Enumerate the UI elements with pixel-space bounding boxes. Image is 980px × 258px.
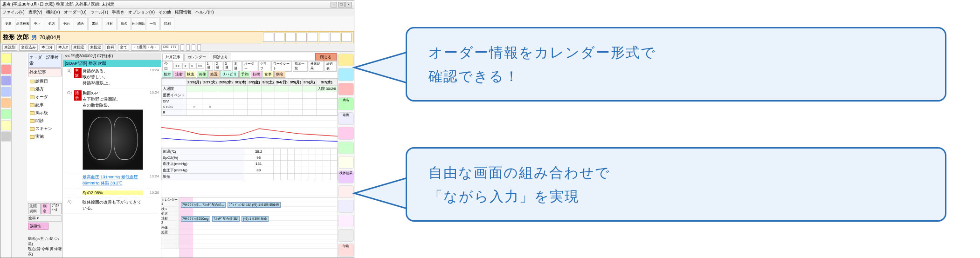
toolbar-button[interactable]: 予約	[59, 17, 73, 30]
tab[interactable]: 病名	[41, 203, 49, 214]
menu-item[interactable]: ヘルプ(H)	[195, 9, 214, 15]
toolbar-button[interactable]: 中止	[30, 17, 44, 30]
right-rail-button[interactable]	[338, 142, 354, 154]
toolbar-button[interactable]: 書込	[88, 17, 102, 30]
range-button[interactable]: <	[182, 63, 188, 69]
maximize-button[interactable]: □	[338, 2, 345, 7]
timeline-row[interactable]	[161, 239, 338, 244]
xray-image[interactable]	[83, 109, 143, 170]
range-button[interactable]: >	[189, 63, 195, 69]
right-rail-button[interactable]	[338, 54, 354, 66]
action-icon[interactable]	[274, 33, 284, 42]
menu-item[interactable]: オーダー(O)	[64, 9, 87, 15]
toolbar-button[interactable]: 印刷	[160, 17, 174, 30]
menu-item[interactable]: オプション(X)	[128, 9, 155, 15]
soap-entry[interactable]: 最高血圧 131mmHg 最低血圧 89mmHg 体温 38.2℃10:24	[65, 174, 159, 189]
filter-segment[interactable]	[180, 44, 184, 51]
close-button[interactable]: ×	[345, 2, 352, 7]
timeline-row[interactable]: 検ｘ	[161, 207, 338, 211]
action-icon[interactable]	[319, 33, 329, 42]
right-rail-button[interactable]	[338, 185, 354, 198]
action-icon[interactable]	[297, 33, 307, 42]
calendar-tab[interactable]: 問診より	[210, 54, 231, 61]
menu-item[interactable]: 表示(V)	[28, 9, 42, 15]
menu-item[interactable]: ファイル(F)	[2, 9, 25, 15]
filter-pill[interactable]: 画像	[197, 71, 208, 78]
right-rail-button[interactable]	[338, 229, 354, 242]
timeline-row[interactable]: カレンダー	[161, 197, 338, 202]
filter-pill[interactable]: 処方	[162, 71, 173, 78]
scale-button[interactable]: 2週	[214, 61, 222, 71]
range-button[interactable]: <<	[173, 63, 181, 69]
rail-icon[interactable]	[1, 75, 11, 86]
scale-button[interactable]: 3週	[223, 61, 231, 71]
action-icon[interactable]	[285, 33, 296, 42]
menu-item[interactable]: その他	[159, 9, 171, 15]
timeline-row[interactable]: 処置	[161, 230, 338, 235]
action-icon[interactable]	[341, 33, 352, 42]
tree-item[interactable]: 問診	[30, 117, 62, 125]
calendar-tab[interactable]: カレンダー	[184, 54, 209, 61]
right-rail-button[interactable]: 病名	[338, 97, 354, 110]
right-rail-button[interactable]	[338, 68, 354, 81]
timeline-row[interactable]: 注射ｱﾓｷｼｼﾘﾝ錠250mgﾌｽｺﾃﾞ配合錠 3錠(後) 1日3回 毎食	[161, 216, 338, 221]
right-rail-button[interactable]: 印刷	[338, 244, 354, 256]
tree-item[interactable]: 実施	[30, 133, 62, 141]
filter-segment[interactable]	[197, 44, 201, 51]
timeline-row[interactable]: 1ｱﾓｷｼｼﾘﾝ錠... ﾌｽｺﾃﾞ配合錠...ﾌﾟﾚﾄﾞﾆﾝ錠 1錠 (後) …	[161, 202, 338, 207]
filter-segment[interactable]: DS: 777	[161, 44, 179, 51]
rail-icon[interactable]	[1, 53, 11, 63]
soap-entry[interactable]: SpO2 98%10:30	[65, 190, 159, 197]
filter-segment[interactable]	[192, 44, 195, 51]
toolbar-button[interactable]: 注射	[103, 17, 117, 30]
toolbar-button[interactable]: 休止開始	[131, 17, 145, 30]
action-icon[interactable]	[330, 33, 340, 42]
right-rail-button[interactable]: 検体結果	[338, 170, 354, 183]
tree-item[interactable]: 掲示板	[30, 109, 62, 117]
timeline-row[interactable]: 2	[161, 221, 338, 225]
soap-entry[interactable]: O)指示胸部X-P右下肺野に浸潤影。右の肋骨陰影。10:24	[65, 90, 159, 172]
rail-icon[interactable]	[1, 109, 11, 119]
close-button[interactable]: 閉じる	[315, 53, 337, 61]
menu-item[interactable]: 権限情報	[175, 9, 192, 15]
filter-pill[interactable]: 食事	[262, 71, 274, 78]
action-icon[interactable]	[263, 33, 273, 42]
filter-pill[interactable]: 検査	[185, 71, 196, 78]
tree-item[interactable]: 記事	[30, 101, 62, 109]
right-rail-button[interactable]	[338, 156, 354, 169]
right-rail-button[interactable]: 連携	[338, 112, 354, 125]
tree-header-outpatient[interactable]: 外来記事	[28, 68, 62, 76]
tree-item[interactable]: 処方	[30, 85, 62, 93]
rail-icon[interactable]	[1, 98, 11, 108]
menu-item[interactable]: ツール(T)	[90, 9, 109, 15]
soap-body[interactable]: S)主訴発熱がある。喉が苦しい。発熱38度以上。10:24O)指示胸部X-P右下…	[63, 67, 161, 258]
dropdown[interactable]: 全科 ▾	[28, 215, 62, 222]
timeline-row[interactable]: 処方	[161, 211, 338, 216]
timeline-row[interactable]	[161, 235, 338, 239]
filter-segment[interactable]: 未読別	[2, 44, 17, 51]
tree-item[interactable]: スキャン	[30, 125, 62, 133]
toolbar-button[interactable]: 更新	[1, 17, 15, 30]
tab[interactable]: 先頭資料	[28, 203, 41, 214]
filter-pill[interactable]: 予約	[239, 71, 250, 78]
rail-icon[interactable]	[1, 64, 11, 75]
scale-button[interactable]: ワークシート	[271, 61, 292, 72]
calendar-grid[interactable]: 2/26(月)2/27(火)2/28(水)3/1(木)3/2(金)3/3(土)3…	[161, 79, 338, 197]
toolbar-button[interactable]: 一覧	[146, 17, 160, 30]
range-button[interactable]: >>	[196, 63, 204, 69]
filter-pill[interactable]: 転棟	[251, 71, 262, 78]
scale-button[interactable]: 1週	[205, 61, 213, 71]
filter-segment[interactable]: 全て	[118, 44, 129, 51]
tab[interactable]: ﾌﾟﾛﾌｨｰﾙ	[50, 203, 62, 214]
filter-segment[interactable]: ・1週間・今・	[131, 44, 159, 51]
tree-header-orders[interactable]: オーダ・記事検索	[28, 54, 62, 68]
filter-pill[interactable]: リハビリ	[220, 71, 239, 78]
disease-tag[interactable]: 誤嚥性…	[28, 223, 48, 230]
tree-item[interactable]: 診療日	[30, 77, 62, 85]
rail-icon[interactable]	[1, 131, 11, 142]
timeline-row[interactable]: 画像	[161, 225, 338, 230]
toolbar-button[interactable]: 統合	[74, 17, 88, 30]
right-rail-button[interactable]	[338, 83, 354, 95]
scale-button[interactable]: 経過表	[324, 61, 337, 72]
filter-segment[interactable]: 未指定	[88, 44, 103, 51]
